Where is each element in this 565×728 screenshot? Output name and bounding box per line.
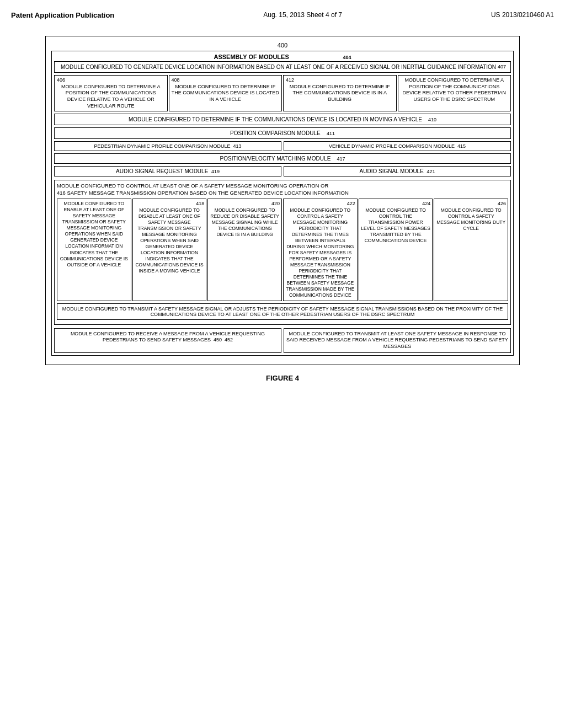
module-enable-text: MODULE CONFIGURED TO ENABLE AT LEAST ONE… [59,201,129,268]
figure-container: 400 ASSEMBLY OF MODULES 404 MODULE CONFI… [11,36,554,382]
module-414-title: MODULE CONFIGURED TO CONTROL AT LEAST ON… [57,183,508,196]
module-transmit-text: MODULE CONFIGURED TO TRANSMIT A SAFETY M… [62,306,503,317]
module-duty-cycle: 426 MODULE CONFIGURED TO CONTROL A SAFET… [434,199,508,301]
module-404-ref: 407 [498,64,506,69]
diagram-wrapper: 400 ASSEMBLY OF MODULES 404 MODULE CONFI… [45,36,520,365]
pub-date: Aug. 15, 2013 Sheet 4 of 7 [263,11,342,19]
module-410-text: MODULE CONFIGURED TO DETERMINE IF THE CO… [129,116,422,122]
pedestrian-profile-text: PEDESTRIAN DYNAMIC PROFILE COMPARISON MO… [94,143,231,149]
profile-row: PEDESTRIAN DYNAMIC PROFILE COMPARISON MO… [54,141,511,151]
patent-number: US 2013/0210460 A1 [491,11,554,19]
module-408-text: MODULE CONFIGURED TO DETERMINE IF THE CO… [172,84,280,103]
modules-row-top: 406 MODULE CONFIGURED TO DETERMINE A POS… [54,75,511,111]
module-receive: MODULE CONFIGURED TO RECEIVE A MESSAGE F… [54,328,281,353]
module-407-text: MODULE CONFIGURED TO DETERMINE A POSITIO… [401,77,509,103]
module-414: MODULE CONFIGURED TO CONTROL AT LEAST ON… [54,180,511,324]
module-power-text: MODULE CONFIGURED TO CONTROL THE TRANSMI… [361,207,431,244]
module-417: POSITION/VELOCITY MATCHING MODULE 417 [54,153,511,164]
assembly-box: ASSEMBLY OF MODULES 404 MODULE CONFIGURE… [51,51,514,356]
audio-row: AUDIO SIGNAL REQUEST MODULE 419 AUDIO SI… [54,166,511,176]
vehicle-profile-text: VEHICLE DYNAMIC PROFILE COMPARISON MODUL… [329,143,455,149]
module-power: 424 MODULE CONFIGURED TO CONTROL THE TRA… [359,199,433,301]
module-transmit-response-text: MODULE CONFIGURED TO TRANSMIT AT LEAST O… [286,331,508,349]
module-404: MODULE CONFIGURED TO GENERATE DEVICE LOC… [54,61,511,73]
figure-caption: FIGURE 4 [266,374,299,382]
module-disable: 418 MODULE CONFIGURED TO DISABLE AT LEAS… [132,199,207,301]
module-periodicity: 422 MODULE CONFIGURED TO CONTROL A SAFET… [283,199,358,301]
module-transmit-427: MODULE CONFIGURED TO TRANSMIT A SAFETY M… [57,303,508,320]
pedestrian-profile: PEDESTRIAN DYNAMIC PROFILE COMPARISON MO… [54,141,281,151]
inner-modules-row: MODULE CONFIGURED TO ENABLE AT LEAST ONE… [57,199,508,301]
module-411-text: POSITION COMPARISON MODULE [230,130,321,136]
pub-title: Patent Application Publication [11,11,114,19]
module-412a: 412 MODULE CONFIGURED TO DETERMINE IF TH… [283,75,397,111]
module-receive-text: MODULE CONFIGURED TO RECEIVE A MESSAGE F… [71,331,265,343]
bottom-row: MODULE CONFIGURED TO RECEIVE A MESSAGE F… [54,328,511,353]
module-407: MODULE CONFIGURED TO DETERMINE A POSITIO… [398,75,511,111]
audio-signal: AUDIO SIGNAL MODULE 421 [284,166,511,176]
module-406: 406 MODULE CONFIGURED TO DETERMINE A POS… [54,75,168,111]
page-header: Patent Application Publication Aug. 15, … [11,11,554,19]
module-411: POSITION COMPARISON MODULE 411 [54,127,511,139]
module-periodicity-text: MODULE CONFIGURED TO CONTROL A SAFETY ME… [285,207,355,299]
audio-request-text: AUDIO SIGNAL REQUEST MODULE [116,168,208,174]
vehicle-profile: VEHICLE DYNAMIC PROFILE COMPARISON MODUL… [284,141,511,151]
module-410: MODULE CONFIGURED TO DETERMINE IF THE CO… [54,114,511,125]
module-412a-text: MODULE CONFIGURED TO DETERMINE IF THE CO… [286,84,394,103]
module-417-text: POSITION/VELOCITY MATCHING MODULE [220,156,331,162]
module-reduce: 420 MODULE CONFIGURED TO REDUCE OR DISAB… [207,199,282,301]
module-duty-cycle-text: MODULE CONFIGURED TO CONTROL A SAFETY ME… [436,207,506,232]
module-transmit-response: MODULE CONFIGURED TO TRANSMIT AT LEAST O… [284,328,511,353]
audio-request: AUDIO SIGNAL REQUEST MODULE 419 [54,166,281,176]
diagram-ref-400: 400 [51,42,514,49]
module-reduce-text: MODULE CONFIGURED TO REDUCE OR DISABLE S… [210,207,280,238]
assembly-title: ASSEMBLY OF MODULES 404 [54,53,511,60]
module-408: 408 MODULE CONFIGURED TO DETERMINE IF TH… [169,75,282,111]
module-enable: MODULE CONFIGURED TO ENABLE AT LEAST ONE… [57,199,131,301]
audio-signal-text: AUDIO SIGNAL MODULE [360,168,424,174]
module-disable-text: MODULE CONFIGURED TO DISABLE AT LEAST ON… [135,207,205,275]
module-404-text: MODULE CONFIGURED TO GENERATE DEVICE LOC… [61,64,496,70]
module-406-text: MODULE CONFIGURED TO DETERMINE A POSITIO… [57,84,165,110]
